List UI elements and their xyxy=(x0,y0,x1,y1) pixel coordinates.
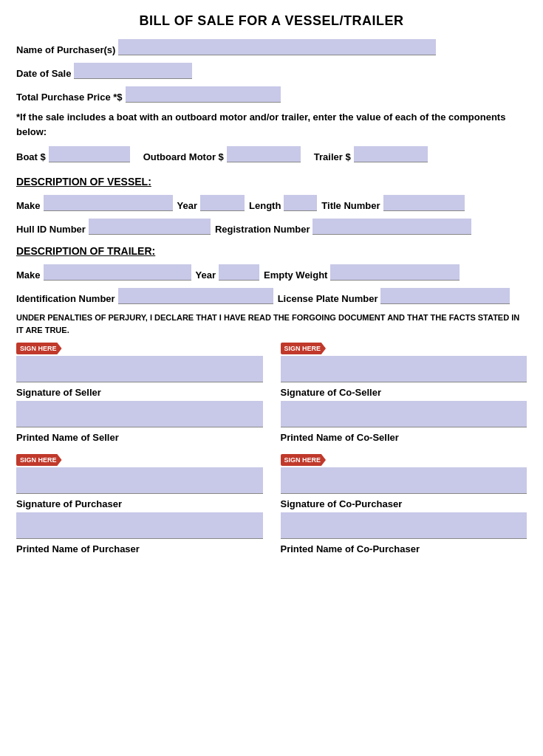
license-plate-input[interactable] xyxy=(380,288,510,304)
copurchaser-printed-input[interactable] xyxy=(281,512,527,539)
vessel-title-input[interactable] xyxy=(383,195,465,211)
empty-weight-label: Empty Weight xyxy=(264,269,327,281)
vessel-make-input[interactable] xyxy=(44,195,173,211)
trailer-row-1: Make Year Empty Weight xyxy=(16,264,527,281)
purchaser-sig-block: SIGN HERE Signature of Purchaser Printed… xyxy=(16,452,263,556)
purchaser-name-row: Name of Purchaser(s) xyxy=(16,39,527,55)
trailer-year-label: Year xyxy=(196,269,216,281)
copurchaser-arrow-tag: SIGN HERE xyxy=(281,454,327,466)
outboard-motor-input[interactable] xyxy=(227,146,301,162)
date-of-sale-label: Date of Sale xyxy=(16,68,71,79)
boat-label: Boat $ xyxy=(16,151,46,162)
id-number-input[interactable] xyxy=(118,288,273,304)
boat-field-group: Boat $ xyxy=(16,146,130,162)
purchaser-name-input[interactable] xyxy=(118,39,436,55)
vessel-title-group: Title Number xyxy=(321,195,464,211)
outboard-motor-field-group: Outboard Motor $ xyxy=(143,146,301,162)
license-plate-group: License Plate Number xyxy=(278,288,510,304)
trailer-make-label: Make xyxy=(16,269,41,281)
purchaser-sig-input[interactable] xyxy=(16,467,263,494)
boat-input[interactable] xyxy=(49,146,130,162)
purchaser-printed-label: Printed Name of Purchaser xyxy=(16,543,263,554)
id-number-group: Identification Number xyxy=(16,288,273,304)
vessel-year-label: Year xyxy=(177,200,197,211)
copurchaser-sig-input[interactable] xyxy=(281,467,527,494)
seller-sig-input[interactable] xyxy=(16,356,263,382)
purchaser-printed-input[interactable] xyxy=(16,512,263,539)
purchaser-name-label: Name of Purchaser(s) xyxy=(16,44,115,55)
components-row: Boat $ Outboard Motor $ Trailer $ xyxy=(16,146,527,162)
date-of-sale-input[interactable] xyxy=(74,63,192,79)
seller-sig-label: Signature of Seller xyxy=(16,387,263,398)
total-price-label: Total Purchase Price *$ xyxy=(16,92,123,103)
copurchaser-sig-label: Signature of Co-Purchaser xyxy=(281,498,527,509)
hull-id-group: Hull ID Number xyxy=(16,219,211,235)
vessel-row-2: Hull ID Number Registration Number xyxy=(16,219,527,235)
vessel-length-input[interactable] xyxy=(284,195,317,211)
coseller-printed-input[interactable] xyxy=(281,401,527,427)
seller-printed-input[interactable] xyxy=(16,401,263,427)
vessel-year-group: Year xyxy=(177,195,245,211)
signature-section: SIGN HERE Signature of Seller Printed Na… xyxy=(16,340,527,563)
vessel-row-1: Make Year Length Title Number xyxy=(16,195,527,211)
id-number-label: Identification Number xyxy=(16,293,115,304)
total-price-row: Total Purchase Price *$ xyxy=(16,86,527,103)
date-of-sale-row: Date of Sale xyxy=(16,63,527,79)
vessel-title-label: Title Number xyxy=(321,200,380,211)
hull-id-label: Hull ID Number xyxy=(16,224,86,235)
page-title: BILL OF SALE FOR A VESSEL/TRAILER xyxy=(16,13,527,29)
trailer-comp-input[interactable] xyxy=(354,146,428,162)
trailer-year-input[interactable] xyxy=(219,264,259,281)
copurchaser-printed-label: Printed Name of Co-Purchaser xyxy=(281,543,527,554)
vessel-make-label: Make xyxy=(16,200,41,211)
coseller-sig-block: SIGN HERE Signature of Co-Seller Printed… xyxy=(281,340,527,444)
outboard-motor-label: Outboard Motor $ xyxy=(143,151,224,162)
vessel-length-group: Length xyxy=(249,195,317,211)
trailer-make-input[interactable] xyxy=(44,264,191,281)
copurchaser-sig-block: SIGN HERE Signature of Co-Purchaser Prin… xyxy=(281,452,527,556)
seller-arrow-tag: SIGN HERE xyxy=(16,343,62,354)
trailer-make-group: Make xyxy=(16,264,191,281)
license-plate-label: License Plate Number xyxy=(278,293,378,304)
components-note: *If the sale includes a boat with an out… xyxy=(16,110,527,139)
registration-group: Registration Number xyxy=(215,219,472,235)
vessel-make-group: Make xyxy=(16,195,173,211)
vessel-section-title: DESCRIPTION OF VESSEL: xyxy=(16,176,527,188)
total-price-input[interactable] xyxy=(126,86,281,103)
empty-weight-group: Empty Weight xyxy=(264,264,460,281)
trailer-comp-field-group: Trailer $ xyxy=(314,146,428,162)
hull-id-input[interactable] xyxy=(89,219,211,235)
purchaser-arrow-tag: SIGN HERE xyxy=(16,454,62,466)
coseller-arrow-tag: SIGN HERE xyxy=(281,343,327,354)
registration-input[interactable] xyxy=(313,219,471,235)
vessel-year-input[interactable] xyxy=(200,195,245,211)
trailer-year-group: Year xyxy=(196,264,259,281)
seller-sig-block: SIGN HERE Signature of Seller Printed Na… xyxy=(16,340,263,444)
coseller-printed-label: Printed Name of Co-Seller xyxy=(281,432,527,443)
trailer-section-title: DESCRIPTION OF TRAILER: xyxy=(16,245,527,257)
coseller-sig-input[interactable] xyxy=(281,356,527,382)
registration-label: Registration Number xyxy=(215,224,310,235)
coseller-sig-label: Signature of Co-Seller xyxy=(281,387,527,398)
seller-printed-label: Printed Name of Seller xyxy=(16,432,263,443)
trailer-row-2: Identification Number License Plate Numb… xyxy=(16,288,527,304)
empty-weight-input[interactable] xyxy=(330,264,460,281)
vessel-length-label: Length xyxy=(249,200,281,211)
purchaser-sig-label: Signature of Purchaser xyxy=(16,498,263,509)
trailer-comp-label: Trailer $ xyxy=(314,151,351,162)
perjury-text: UNDER PENALTIES OF PERJURY, I DECLARE TH… xyxy=(16,312,527,336)
